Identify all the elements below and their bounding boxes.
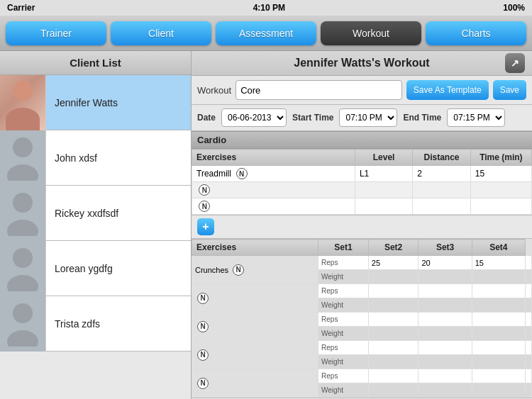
weight-set3: [472, 327, 525, 341]
time-cell: 15: [470, 166, 531, 182]
reps-set1: [368, 284, 419, 298]
weight-label: Weight: [318, 383, 369, 398]
avatar: [0, 241, 46, 296]
col-exercises: Exercises: [192, 240, 318, 256]
end-time-label: End Time: [403, 113, 441, 123]
weight-label: Weight: [318, 327, 369, 341]
exercise-cell: Treadmill N: [192, 166, 355, 182]
n-button[interactable]: N: [199, 201, 210, 212]
col-set1: Set1: [318, 240, 369, 256]
col-level: Level: [355, 150, 412, 166]
table-row: Crunches N Reps 25 20 15: [192, 256, 532, 270]
nav-btn-client[interactable]: Client: [111, 21, 211, 45]
svg-point-5: [7, 275, 38, 291]
date-label: Date: [197, 113, 216, 123]
avatar: [0, 130, 46, 186]
reps-set2: 20: [419, 256, 472, 270]
client-item[interactable]: Lorean ygdfg: [0, 241, 191, 296]
default-avatar-icon: [5, 135, 40, 181]
default-avatar-icon: [5, 245, 40, 291]
client-item[interactable]: Rickey xxdfsdf: [0, 186, 191, 241]
weight-set4: [526, 270, 532, 284]
reps-set2: [419, 341, 472, 355]
share-icon[interactable]: ↗: [505, 53, 525, 73]
workout-name-row: Workout Save As Template Save: [192, 76, 532, 105]
n-button[interactable]: N: [197, 349, 209, 361]
save-button[interactable]: Save: [493, 80, 526, 100]
client-item[interactable]: Trista zdfs: [0, 296, 191, 352]
nav-btn-trainer[interactable]: Trainer: [6, 21, 106, 45]
level-cell: [355, 198, 412, 215]
reps-set3: [472, 284, 525, 298]
weight-label: Weight: [318, 355, 369, 369]
date-select[interactable]: 06-06-2013: [221, 108, 287, 127]
workout-field-label: Workout: [197, 85, 231, 96]
n-button[interactable]: N: [197, 321, 209, 332]
reps-set4: [526, 341, 532, 355]
avatar: [0, 296, 46, 352]
client-list-panel: Client List Jennifer Watts John xdsf: [0, 51, 192, 399]
n-button[interactable]: N: [197, 293, 209, 304]
status-bar: Carrier 4:10 PM 100%: [0, 0, 532, 16]
col-distance: Distance: [413, 150, 470, 166]
reps-set2: [419, 313, 472, 327]
weight-set3: [472, 270, 525, 284]
exercise-cell: N: [192, 341, 318, 369]
client-item[interactable]: John xdsf: [0, 130, 191, 186]
reps-set4: [526, 313, 532, 327]
weight-set1: [368, 327, 419, 341]
weight-label: Weight: [318, 270, 369, 284]
save-as-template-button[interactable]: Save As Template: [406, 80, 489, 100]
avatar: [0, 186, 46, 241]
nav-bar: Trainer Client Assessment Workout Charts: [0, 16, 532, 51]
client-name: Trista zdfs: [46, 318, 100, 330]
weight-set1: [368, 355, 419, 369]
time-label: 4:10 PM: [253, 3, 285, 13]
n-button[interactable]: N: [197, 378, 209, 389]
col-set4: Set4: [472, 240, 525, 256]
cardio-table: Exercises Level Distance Time (min) Trea…: [192, 149, 532, 215]
table-row: Treadmill N L1 2 15: [192, 166, 532, 182]
col-set2: Set2: [368, 240, 419, 256]
weight-set2: [419, 355, 472, 369]
table-row: N: [192, 198, 532, 215]
start-time-select[interactable]: 07:10 PM: [339, 108, 397, 127]
reps-label: Reps: [318, 284, 369, 298]
distance-cell: 2: [413, 166, 470, 182]
weight-set2: [419, 270, 472, 284]
add-cardio-button[interactable]: +: [197, 218, 214, 235]
client-name: Rickey xxdfsdf: [46, 208, 118, 219]
weight-set4: [526, 355, 532, 369]
strength-table: Exercises Set1 Set2 Set3 Set4 Crunches N…: [192, 239, 532, 398]
battery-label: 100%: [503, 3, 525, 13]
col-exercises: Exercises: [192, 150, 355, 166]
n-button[interactable]: N: [233, 264, 244, 276]
main-content: Client List Jennifer Watts John xdsf: [0, 51, 532, 399]
weight-set4: [526, 327, 532, 341]
n-button[interactable]: N: [236, 168, 248, 179]
exercise-cell: N: [192, 198, 355, 215]
default-avatar-icon: [5, 300, 40, 347]
client-item[interactable]: Jennifer Watts: [0, 75, 191, 130]
reps-set1: [368, 313, 419, 327]
workout-panel: Jennifer Watts's Workout ↗ Workout Save …: [192, 51, 532, 399]
svg-point-6: [13, 303, 33, 323]
weight-set1: [368, 383, 419, 398]
client-photo: [0, 75, 45, 130]
svg-point-2: [13, 193, 33, 213]
workout-name-input[interactable]: [235, 80, 402, 100]
nav-btn-charts[interactable]: Charts: [426, 21, 526, 45]
add-cardio-row: +: [192, 215, 532, 239]
end-time-select[interactable]: 07:15 PM: [447, 108, 505, 127]
svg-point-3: [7, 220, 38, 236]
distance-cell: [413, 198, 470, 215]
weight-set2: [419, 383, 472, 398]
exercise-cell: N: [192, 313, 318, 341]
nav-btn-assessment[interactable]: Assessment: [216, 21, 316, 45]
n-button[interactable]: N: [199, 184, 210, 196]
nav-btn-workout[interactable]: Workout: [321, 21, 421, 45]
exercise-cell: N: [192, 284, 318, 313]
reps-label: Reps: [318, 313, 369, 327]
exercise-cell: Crunches N: [192, 256, 318, 284]
reps-label: Reps: [318, 341, 369, 355]
